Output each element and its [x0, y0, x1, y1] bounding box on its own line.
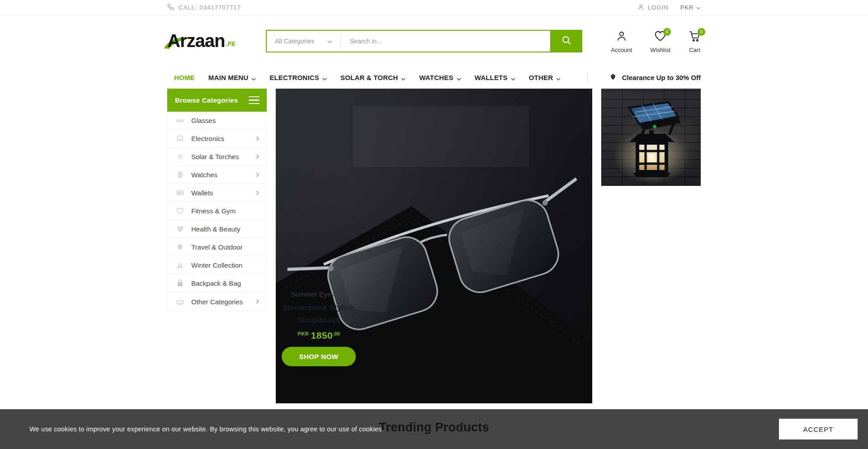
hero-caption: Summer Eyewear Streampunk Stylish Sungla…: [282, 290, 356, 366]
chevron-down-icon: [327, 37, 332, 45]
account-icon: [616, 30, 627, 44]
watch-icon: [175, 170, 184, 179]
bag-icon: [175, 279, 184, 288]
sidebar-item-solar-torches[interactable]: Solar & Torches: [168, 148, 266, 166]
search-button[interactable]: [550, 30, 582, 52]
price-amount: 1850: [311, 330, 333, 340]
cookie-consent-bar: We use cookies to improve your experienc…: [0, 409, 868, 449]
main-navigation: HOME MAIN MENU ELECTRONICS SOLAR & TORCH…: [0, 66, 868, 89]
hamburger-icon: [249, 96, 259, 104]
clearance-promo-label: Clearance Up to 30% Off: [622, 74, 701, 81]
chevron-right-icon: [256, 135, 259, 143]
accept-cookies-button[interactable]: ACCEPT: [779, 419, 858, 440]
sidebar-item-wallets[interactable]: Wallets: [168, 184, 266, 202]
user-icon: [637, 4, 644, 12]
hero-title: Streampunk Stylish Sunglasses: [282, 302, 356, 326]
search-icon: [561, 35, 572, 47]
sun-icon: [175, 152, 184, 161]
nav-item-watches[interactable]: WATCHES: [419, 73, 461, 82]
tag-icon: [609, 73, 617, 82]
nav-item-home[interactable]: HOME: [174, 74, 195, 81]
chevron-down-icon: [251, 74, 256, 82]
topbar: CALL: 03417707717 LOGIN PKR: [0, 0, 868, 15]
sidebar-item-health-beauty[interactable]: Health & Beauty: [168, 220, 266, 238]
account-label: Account: [611, 47, 632, 53]
wishlist-label: Wishlist: [650, 47, 670, 53]
site-logo[interactable]: Arzaan .PK: [167, 31, 266, 51]
account-button[interactable]: Account: [611, 31, 632, 53]
cart-count-badge: 0: [698, 28, 705, 36]
sidebar-item-fitness-gym[interactable]: Fitness & Gym: [168, 202, 266, 220]
heart-icon: [175, 207, 184, 215]
signpost-icon: [175, 243, 184, 251]
cart-label: Cart: [689, 47, 700, 53]
search-bar: All Categories: [266, 30, 582, 52]
browse-categories-title: Browse Categories: [175, 96, 238, 104]
chevron-right-icon: [256, 171, 259, 179]
wallet-icon: [175, 189, 184, 197]
health-heart-icon: [175, 225, 184, 233]
shop-now-button[interactable]: SHOP NOW: [282, 347, 356, 366]
chevron-right-icon: [256, 298, 259, 306]
sidebar-item-backpack-bag[interactable]: Backpack & Bag: [168, 274, 266, 293]
clearance-promo-link[interactable]: Clearance Up to 30% Off: [587, 72, 701, 84]
call-label: CALL: 03417707717: [179, 4, 241, 11]
browse-categories-header[interactable]: Browse Categories: [167, 89, 267, 112]
solar-lamp-banner[interactable]: [601, 89, 701, 186]
hero-slider[interactable]: Summer Eyewear Streampunk Stylish Sungla…: [276, 89, 592, 403]
search-category-dropdown[interactable]: All Categories: [267, 31, 340, 52]
chevron-down-icon: [556, 74, 561, 82]
glasses-icon: [175, 116, 184, 125]
phone-icon: [167, 4, 174, 12]
category-sidebar: Browse Categories Glasses Electronics So…: [167, 89, 267, 403]
search-input[interactable]: [341, 31, 550, 52]
nav-item-main-menu[interactable]: MAIN MENU: [208, 73, 256, 82]
currency-value: PKR: [680, 4, 693, 11]
sidebar-item-winter-collection[interactable]: Winter Collection: [168, 256, 266, 274]
solar-lamp-image: [601, 89, 701, 186]
chevron-right-icon: [256, 153, 259, 161]
cart-button[interactable]: 0 Cart: [689, 31, 701, 53]
login-link[interactable]: LOGIN: [637, 4, 669, 12]
sidebar-item-other-categories[interactable]: Other Categories: [168, 293, 266, 311]
wishlist-count-badge: 0: [663, 28, 671, 36]
sled-icon: [175, 261, 184, 269]
price-currency: PKR: [297, 331, 309, 336]
chevron-down-icon: [457, 74, 461, 82]
search-category-selected: All Categories: [275, 38, 314, 45]
chevron-right-icon: [256, 189, 259, 197]
nav-item-wallets[interactable]: WALLETS: [475, 73, 515, 82]
logo-text: Arzaan: [167, 31, 225, 51]
wishlist-button[interactable]: 0 Wishlist: [650, 31, 670, 53]
login-label: LOGIN: [648, 4, 669, 11]
header: Arzaan .PK All Categories: [0, 15, 868, 66]
chevron-down-icon: [322, 74, 327, 82]
nav-item-other[interactable]: OTHER: [529, 73, 561, 82]
nav-item-electronics[interactable]: ELECTRONICS: [269, 73, 327, 82]
sidebar-item-glasses[interactable]: Glasses: [168, 112, 266, 130]
logo-suffix: .PK: [226, 41, 235, 48]
hero-price: PKR 1850.00: [282, 330, 356, 341]
nav-item-solar-torch[interactable]: SOLAR & TORCH: [340, 73, 406, 82]
sidebar-item-electronics[interactable]: Electronics: [168, 130, 266, 148]
crown-icon: [175, 298, 184, 306]
chevron-down-icon: [401, 74, 406, 82]
sidebar-item-travel-outdoor[interactable]: Travel & Outdoor: [168, 238, 266, 256]
cookie-message: We use cookies to improve your experienc…: [29, 425, 384, 433]
sidebar-item-watches[interactable]: Watches: [168, 166, 266, 184]
hero-eyebrow: Summer Eyewear: [282, 290, 356, 298]
chevron-down-icon: [696, 4, 701, 11]
price-decimals: .00: [333, 331, 340, 336]
laptop-icon: [175, 134, 184, 143]
call-info: CALL: 03417707717: [167, 4, 241, 12]
chevron-down-icon: [511, 74, 515, 82]
currency-selector[interactable]: PKR: [680, 4, 701, 11]
